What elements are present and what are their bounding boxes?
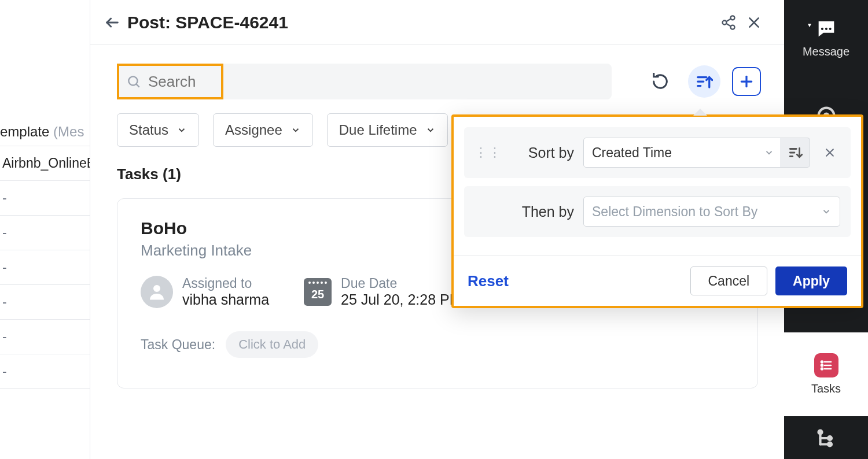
filter-due-lifetime[interactable]: Due Lifetime [327,113,448,147]
then-by-label: Then by [512,203,574,220]
filter-label: Due Lifetime [339,122,417,138]
filter-label: Status [129,122,168,138]
sort-by-label: Sort by [512,145,574,161]
rail-tasks[interactable]: Tasks [784,332,868,416]
sidebar-item[interactable]: - [0,250,90,285]
filter-assignee[interactable]: Assignee [213,113,313,147]
close-icon [746,15,762,30]
assigned-to-label: Assigned to [182,276,269,291]
chevron-down-icon [290,125,301,135]
remove-sort-row-button[interactable] [819,142,840,163]
rail-message[interactable]: ▾ ••• Message [784,0,868,75]
then-by-placeholder: Select Dimension to Sort By [592,204,757,220]
svg-line-4 [726,18,731,21]
left-sidebar-sliver: emplate (Mes Airbnb_OnlineE - - - - - - [0,0,90,459]
template-label: emplate [0,124,49,139]
plus-icon [739,74,754,89]
cancel-button[interactable]: Cancel [690,266,768,295]
back-button[interactable] [101,11,124,34]
svg-point-2 [723,20,727,24]
chevron-down-icon [821,206,832,217]
sort-direction-button[interactable] [780,138,810,168]
svg-point-22 [821,365,823,367]
popover-caret [693,109,707,116]
sort-by-value: Created Time [592,145,672,161]
sidebar-item[interactable]: Airbnb_OnlineE [0,146,90,181]
task-queue-label: Task Queue: [141,337,215,353]
page-title: Post: SPACE-46241 [127,13,288,32]
svg-point-1 [731,16,735,20]
sort-desc-icon [788,145,803,160]
rail-tasks-label: Tasks [811,382,841,395]
close-button[interactable] [741,10,767,35]
search-icon [126,74,141,89]
svg-point-21 [821,361,823,363]
refresh-icon [652,73,669,90]
person-icon [146,282,167,302]
svg-line-5 [726,23,731,26]
tasks-icon [814,353,838,377]
task-queue-row: Task Queue: Click to Add [141,331,734,358]
template-header: emplate (Mes [0,121,90,146]
sort-popover: ⋮⋮ Sort by Created Time ⋮⋮ Then by Selec… [451,114,863,308]
then-by-select[interactable]: Select Dimension to Sort By [583,197,840,227]
filter-label: Assignee [225,122,282,138]
assignee-name: vibha sharma [182,291,269,308]
filter-status[interactable]: Status [117,113,199,147]
search-row [117,64,761,99]
calendar-day: 25 [311,288,324,301]
svg-point-8 [128,76,137,85]
drag-handle-icon[interactable]: ⋮⋮ [475,145,502,160]
sort-reset-link[interactable]: Reset [468,272,509,290]
sort-by-select[interactable]: Created Time [583,138,783,168]
avatar [141,276,173,308]
sidebar-item[interactable]: - [0,216,90,250]
sort-primary-row: ⋮⋮ Sort by Created Time [464,127,851,178]
rail-bottom[interactable] [784,416,868,459]
sort-popover-footer: Reset Cancel Apply [454,256,861,306]
rail-message-label: Message [803,45,849,58]
sort-secondary-row: ⋮⋮ Then by Select Dimension to Sort By [464,186,851,237]
sidebar-item[interactable]: - [0,181,90,216]
share-button[interactable] [716,10,741,35]
task-due: 25 Due Date 25 Jul 20, 2:28 PM [304,276,461,308]
svg-point-27 [828,436,832,440]
close-icon [824,147,836,158]
due-date-label: Due Date [341,276,461,291]
task-queue-add[interactable]: Click to Add [226,331,318,358]
share-icon [720,14,737,31]
message-icon: ▾ ••• [815,17,838,40]
add-button[interactable] [732,67,761,96]
refresh-button[interactable] [644,65,676,98]
search-input[interactable] [148,73,602,91]
arrow-left-icon [104,14,120,31]
search-box[interactable] [117,64,612,99]
svg-point-23 [821,368,823,370]
sidebar-item[interactable]: - [0,354,90,389]
svg-point-3 [731,25,735,29]
panel-header: Post: SPACE-46241 [90,0,784,45]
template-hint: (Mes [53,124,84,139]
svg-line-9 [137,84,139,87]
chevron-down-icon [425,125,436,135]
calendar-icon: 25 [304,278,332,306]
chevron-down-icon [764,147,774,158]
svg-point-16 [153,285,160,292]
sort-button[interactable] [688,65,720,98]
chevron-down-icon [176,125,187,135]
sort-icon [696,73,713,90]
due-date-value: 25 Jul 20, 2:28 PM [341,291,461,308]
task-assignee: Assigned to vibha sharma [141,276,269,308]
sidebar-item[interactable]: - [0,285,90,320]
apply-button[interactable]: Apply [775,266,847,295]
tree-icon [815,427,838,450]
sidebar-item[interactable]: - [0,320,90,354]
svg-point-29 [828,442,832,446]
